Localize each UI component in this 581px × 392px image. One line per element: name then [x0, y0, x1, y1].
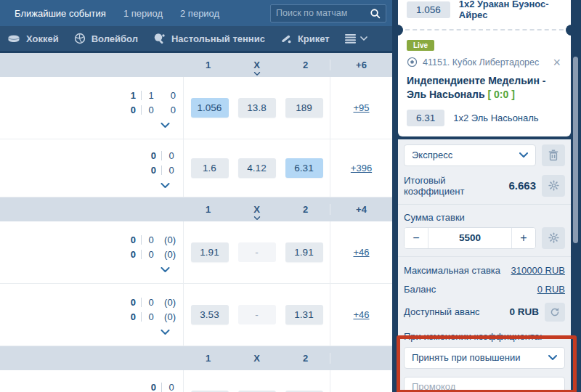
- sort-chevron-icon[interactable]: [253, 72, 260, 75]
- expand-chevron-icon[interactable]: [161, 330, 170, 335]
- more-markets-link[interactable]: +396: [351, 163, 372, 173]
- coef-change-label: При изменении коэффициента:: [404, 331, 565, 342]
- balance-label: Баланс: [404, 284, 537, 295]
- odd-button: -: [238, 305, 276, 324]
- balance-link[interactable]: 0 RUB: [537, 284, 565, 295]
- coef-change-dropdown[interactable]: Принять при повышении: [404, 347, 565, 369]
- match-row[interactable]: 1100001.05613.8189+95: [0, 77, 392, 139]
- odd-button[interactable]: 1.91: [191, 242, 229, 262]
- sport-tab-hockey[interactable]: Хоккей: [7, 33, 59, 44]
- stake-input[interactable]: [428, 228, 511, 248]
- odds-column-header: 2: [281, 353, 330, 364]
- odd-button[interactable]: 1.6: [191, 158, 229, 178]
- odds-column-header: 1: [184, 60, 232, 70]
- match-row[interactable]: 00(0)00(0)3.53-1.31+46: [0, 284, 392, 346]
- chevron-down-icon: [360, 36, 367, 41]
- odds-header-row: 1X2+6: [0, 53, 392, 77]
- scrollbar-thumb[interactable]: [573, 57, 578, 243]
- stake-stepper: − +: [404, 227, 536, 249]
- more-markets-link[interactable]: +46: [353, 309, 369, 320]
- sport-tab-volleyball[interactable]: Волейбол: [74, 33, 138, 44]
- sport-label: Крикет: [298, 33, 330, 44]
- score-line: 00(0): [124, 233, 176, 248]
- odds-header-row: 1X2: [0, 346, 392, 370]
- odds-header-row: 1X2+4: [0, 197, 392, 221]
- more-markets-link[interactable]: +46: [353, 247, 369, 258]
- sort-chevron-icon[interactable]: [253, 216, 260, 220]
- odd-chip[interactable]: 1.056: [407, 1, 450, 18]
- match-title: Индепендиенте Медельин - Эль Насьональ […: [407, 74, 562, 102]
- odds-column-header: 1: [184, 204, 232, 215]
- remove-bet-button[interactable]: ×: [551, 57, 562, 68]
- chevron-down-icon: [548, 355, 557, 360]
- score-line: 00(0): [124, 310, 176, 324]
- odd-button[interactable]: 3.53: [191, 305, 229, 324]
- period-tab[interactable]: 2 период: [180, 8, 219, 19]
- expand-chevron-icon[interactable]: [161, 123, 170, 128]
- period-tab[interactable]: Ближайшие события: [15, 8, 106, 19]
- ticket-perforation: [398, 29, 571, 30]
- sport-label: Хоккей: [26, 33, 59, 44]
- sport-tab-table-tennis[interactable]: Настольный теннис: [153, 33, 265, 44]
- clear-betslip-button[interactable]: [542, 144, 565, 166]
- previous-bet-item: 1.056 1x2 Уракан Буэнос-Айрес: [407, 0, 562, 20]
- odds-column-header: 2: [281, 60, 330, 70]
- more-sports-menu[interactable]: [345, 34, 367, 44]
- odd-button[interactable]: 189: [285, 98, 323, 118]
- cricket-icon: [280, 33, 292, 44]
- stake-label: Сумма ставки: [404, 212, 565, 223]
- score-line: 00: [145, 163, 176, 178]
- chevron-down-icon: [519, 152, 528, 158]
- stake-minus-button[interactable]: −: [405, 228, 428, 248]
- odd-button[interactable]: 6.31: [285, 158, 323, 178]
- odds-column-header: 2: [281, 204, 330, 215]
- top-bar: Ближайшие события1 период2 период: [0, 0, 392, 26]
- score-line: 00: [145, 149, 176, 163]
- advance-label: Доступный аванс: [404, 306, 509, 317]
- odds-column-header[interactable]: X: [232, 204, 281, 215]
- refresh-advance-button[interactable]: [545, 303, 565, 322]
- live-badge: Live: [407, 40, 434, 51]
- max-stake-link[interactable]: 310000 RUB: [511, 265, 565, 276]
- score-line: 110: [124, 89, 176, 103]
- match-row[interactable]: 00(0)00(0)1.91-1.91+46: [0, 221, 392, 284]
- odd-button[interactable]: 13.8: [238, 98, 276, 118]
- period-tab[interactable]: 1 период: [123, 8, 163, 19]
- bet-type-value: Экспресс: [412, 150, 452, 160]
- more-markets-header: +4: [330, 204, 392, 215]
- odds-column-header: X: [232, 353, 281, 364]
- score-line: 00(0): [124, 248, 176, 262]
- odds-column-header: 1: [184, 353, 232, 364]
- search-box[interactable]: [270, 4, 386, 23]
- match-row[interactable]: 00: [0, 370, 392, 392]
- score-line: 00: [145, 380, 176, 392]
- betslip-sidebar: 1.056 1x2 Уракан Буэнос-Айрес Live 41151…: [392, 0, 581, 392]
- betslip-card: 1.056 1x2 Уракан Буэнос-Айрес Live 41151…: [398, 0, 571, 136]
- betslip-controls: Экспресс Итоговый коэффициент 6.663: [398, 139, 571, 392]
- expand-chevron-icon[interactable]: [161, 267, 170, 272]
- promo-code-input[interactable]: [404, 377, 565, 392]
- odd-button[interactable]: 1.31: [285, 305, 323, 324]
- expand-chevron-icon[interactable]: [161, 183, 170, 188]
- stake-plus-button[interactable]: +: [511, 228, 535, 248]
- table-tennis-icon: [153, 33, 166, 44]
- search-input[interactable]: [276, 8, 370, 18]
- coef-settings-button[interactable]: [542, 175, 565, 197]
- main-area: Ближайшие события1 период2 период Хоккей…: [0, 0, 392, 392]
- menu-icon: [345, 34, 357, 44]
- total-coef-value: 6.663: [508, 179, 536, 192]
- odds-column-header[interactable]: X: [232, 60, 281, 70]
- bet-type-dropdown[interactable]: Экспресс: [404, 144, 536, 166]
- match-row[interactable]: 00001.64.126.31+396: [0, 139, 392, 197]
- more-markets-link[interactable]: +95: [353, 102, 369, 113]
- odd-button[interactable]: 4.12: [238, 158, 276, 178]
- sport-tab-cricket[interactable]: Крикет: [280, 33, 330, 44]
- odd-button[interactable]: 1.056: [191, 98, 229, 118]
- odd-button[interactable]: 1.91: [285, 242, 323, 262]
- sports-nav: Хоккей Волейбол Настольный теннис Крикет: [0, 26, 392, 51]
- stake-settings-button[interactable]: [542, 227, 565, 249]
- trash-icon: [548, 150, 558, 161]
- league-name: 41151. Кубок Либертадорес: [423, 57, 546, 68]
- search-icon[interactable]: [370, 8, 381, 19]
- odd-chip[interactable]: 6.31: [407, 110, 444, 126]
